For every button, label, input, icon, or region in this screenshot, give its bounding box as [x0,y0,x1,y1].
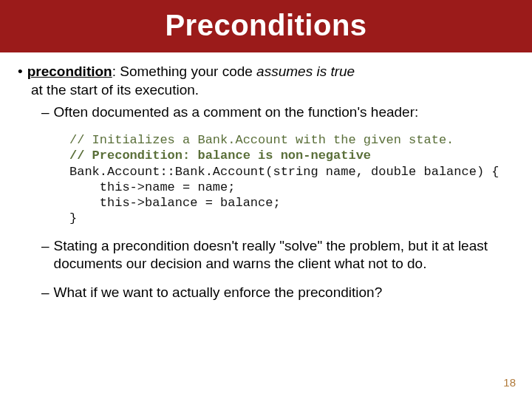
dash-text-1: Often documented as a comment on the fun… [54,103,419,122]
term-precondition: precondition [27,64,112,79]
code-comment-1: // Initializes a Bank.Account with the g… [69,133,454,147]
dash-text-2: Stating a precondition doesn't really "s… [54,237,514,273]
code-line-5: this->balance = balance; [69,196,281,210]
dash-list: – Often documented as a comment on the f… [41,103,514,122]
dash-marker: – [41,284,50,302]
slide-body: • precondition: Something your code assu… [0,52,532,302]
slide: Preconditions • precondition: Something … [0,0,532,399]
dash-marker: – [41,237,50,273]
bullet-after-term: : Something your code [112,64,256,79]
code-line-6: } [69,211,77,225]
dash-list-2: – Stating a precondition doesn't really … [41,237,514,302]
bullet-text-line2: at the start of its execution. [31,81,514,100]
dash-marker: – [41,103,50,122]
title-bar: Preconditions [0,0,532,52]
dash-item-1: – Often documented as a comment on the f… [41,103,514,122]
code-line-4: this->name = name; [69,180,235,194]
dash-item-2: – Stating a precondition doesn't really … [41,237,514,273]
bullet-marker: • [18,63,23,81]
code-comment-2: // Precondition: balance is non-negative [69,149,371,163]
slide-title: Preconditions [0,9,532,42]
bullet-em: assumes is true [256,64,355,79]
page-number: 18 [503,376,516,389]
bullet-level1: • precondition: Something your code assu… [18,63,514,99]
code-line-3: Bank.Account::Bank.Account(string name, … [69,165,499,179]
bullet-text-line1: precondition: Something your code assume… [27,63,355,81]
dash-item-3: – What if we want to actually enforce th… [41,284,514,302]
dash-text-3: What if we want to actually enforce the … [54,284,383,302]
code-block: // Initializes a Bank.Account with the g… [69,132,514,227]
